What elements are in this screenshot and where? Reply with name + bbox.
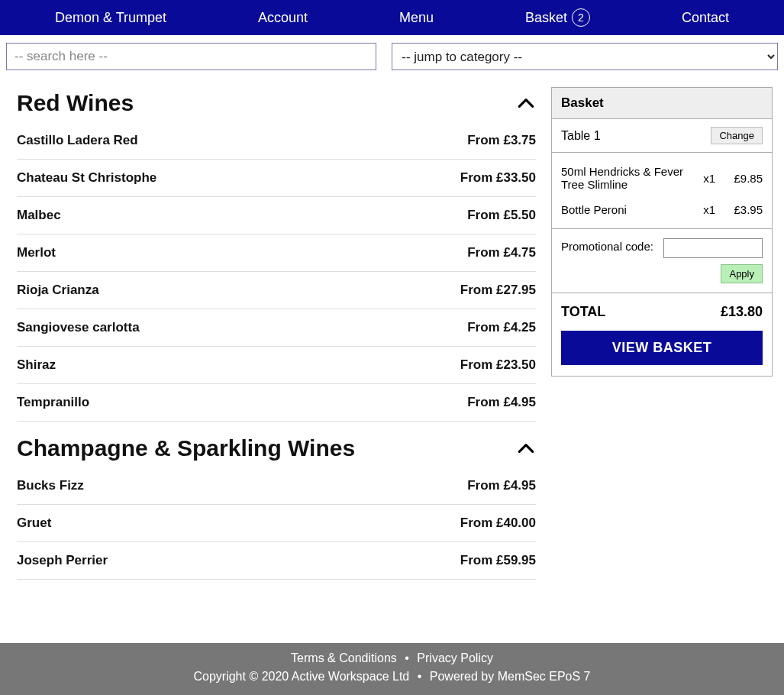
view-basket-button[interactable]: VIEW BASKET — [561, 331, 763, 365]
basket-header: Basket — [552, 88, 772, 119]
menu-column: Red Wines Castillo Ladera Red From £3.75… — [17, 76, 536, 643]
basket-item-name: 50ml Hendricks & Fever Tree Slimline — [561, 165, 688, 191]
promo-label: Promotional code: — [561, 238, 653, 256]
item-name: Chateau St Christophe — [17, 170, 156, 186]
item-price: From £4.75 — [467, 245, 536, 260]
promo-row: Promotional code: Apply — [552, 229, 772, 293]
basket-panel: Basket Table 1 Change 50ml Hendricks & F… — [551, 87, 773, 377]
promo-code-input[interactable] — [663, 238, 763, 258]
menu-item[interactable]: Joseph Perrier From £59.95 — [17, 542, 536, 580]
total-label: TOTAL — [561, 304, 605, 320]
footer-privacy-link[interactable]: Privacy Policy — [417, 651, 493, 664]
item-name: Castillo Ladera Red — [17, 133, 138, 148]
nav-contact[interactable]: Contact — [682, 10, 729, 26]
footer-terms-link[interactable]: Terms & Conditions — [291, 651, 397, 664]
basket-item-price: £3.95 — [721, 203, 763, 216]
item-name: Merlot — [17, 245, 56, 260]
item-name: Gruet — [17, 516, 51, 531]
menu-item-list: Bucks Fizz From £4.95 Gruet From £40.00 … — [17, 467, 536, 580]
change-table-button[interactable]: Change — [711, 127, 763, 144]
search-input[interactable] — [6, 43, 376, 70]
basket-column: Basket Table 1 Change 50ml Hendricks & F… — [551, 76, 773, 643]
item-price: From £27.95 — [460, 283, 536, 298]
menu-item[interactable]: Chateau St Christophe From £33.50 — [17, 160, 536, 197]
brand-link[interactable]: Demon & Trumpet — [55, 10, 166, 26]
item-name: Tempranillo — [17, 395, 89, 410]
item-name: Joseph Perrier — [17, 553, 108, 568]
menu-item[interactable]: Malbec From £5.50 — [17, 197, 536, 234]
total-row: TOTAL £13.80 — [552, 293, 772, 328]
table-label: Table 1 — [561, 129, 601, 143]
category-header-red-wines[interactable]: Red Wines — [17, 76, 536, 122]
footer-separator: • — [418, 670, 422, 683]
total-value: £13.80 — [721, 304, 763, 320]
basket-item[interactable]: Bottle Peroni x1 £3.95 — [552, 197, 772, 222]
category-title: Champagne & Sparkling Wines — [17, 435, 355, 461]
item-price: From £40.00 — [460, 516, 536, 531]
footer: Terms & Conditions • Privacy Policy Copy… — [0, 643, 784, 695]
menu-item[interactable]: Tempranillo From £4.95 — [17, 384, 536, 422]
menu-item[interactable]: Gruet From £40.00 — [17, 505, 536, 542]
filter-row: -- jump to category -- — [0, 35, 784, 76]
item-price: From £5.50 — [467, 208, 536, 223]
table-selection-row: Table 1 Change — [552, 119, 772, 153]
category-select[interactable]: -- jump to category -- — [392, 43, 778, 70]
item-name: Malbec — [17, 208, 61, 223]
nav-basket[interactable]: Basket 2 — [525, 8, 590, 27]
category-title: Red Wines — [17, 90, 134, 116]
item-price: From £33.50 — [460, 170, 536, 186]
menu-item[interactable]: Merlot From £4.75 — [17, 234, 536, 272]
basket-count-badge: 2 — [572, 8, 590, 27]
item-price: From £4.25 — [467, 320, 536, 335]
item-price: From £4.95 — [467, 395, 536, 410]
menu-item[interactable]: Castillo Ladera Red From £3.75 — [17, 122, 536, 160]
menu-item[interactable]: Sangiovese carlotta From £4.25 — [17, 309, 536, 347]
basket-item-price: £9.85 — [721, 172, 763, 185]
item-price: From £23.50 — [460, 357, 536, 373]
menu-item[interactable]: Shiraz From £23.50 — [17, 347, 536, 384]
category-header-champagne[interactable]: Champagne & Sparkling Wines — [17, 422, 536, 467]
basket-item-qty: x1 — [694, 203, 715, 216]
chevron-up-icon — [516, 93, 536, 113]
item-price: From £59.95 — [460, 553, 536, 568]
item-name: Sangiovese carlotta — [17, 320, 140, 335]
item-name: Shiraz — [17, 357, 56, 373]
item-price: From £4.95 — [467, 478, 536, 493]
menu-item[interactable]: Rioja Crianza From £27.95 — [17, 272, 536, 309]
footer-powered: Powered by MemSec EPoS 7 — [430, 670, 591, 683]
item-name: Rioja Crianza — [17, 283, 99, 298]
nav-menu[interactable]: Menu — [399, 10, 434, 26]
chevron-up-icon — [516, 438, 536, 458]
menu-item-list: Castillo Ladera Red From £3.75 Chateau S… — [17, 122, 536, 422]
basket-item[interactable]: 50ml Hendricks & Fever Tree Slimline x1 … — [552, 159, 772, 197]
item-price: From £3.75 — [467, 133, 536, 148]
item-name: Bucks Fizz — [17, 478, 84, 493]
top-navbar: Demon & Trumpet Account Menu Basket 2 Co… — [0, 0, 784, 35]
menu-item[interactable]: Bucks Fizz From £4.95 — [17, 467, 536, 505]
footer-copyright: Copyright © 2020 Active Workspace Ltd — [193, 670, 409, 683]
main-content: Red Wines Castillo Ladera Red From £3.75… — [0, 76, 784, 643]
basket-item-name: Bottle Peroni — [561, 203, 688, 216]
basket-item-qty: x1 — [694, 172, 715, 185]
apply-promo-button[interactable]: Apply — [721, 264, 763, 283]
nav-basket-label: Basket — [525, 10, 567, 26]
promo-controls: Apply — [663, 238, 763, 283]
nav-account[interactable]: Account — [258, 10, 308, 26]
footer-separator: • — [405, 651, 409, 664]
basket-items: 50ml Hendricks & Fever Tree Slimline x1 … — [552, 153, 772, 229]
